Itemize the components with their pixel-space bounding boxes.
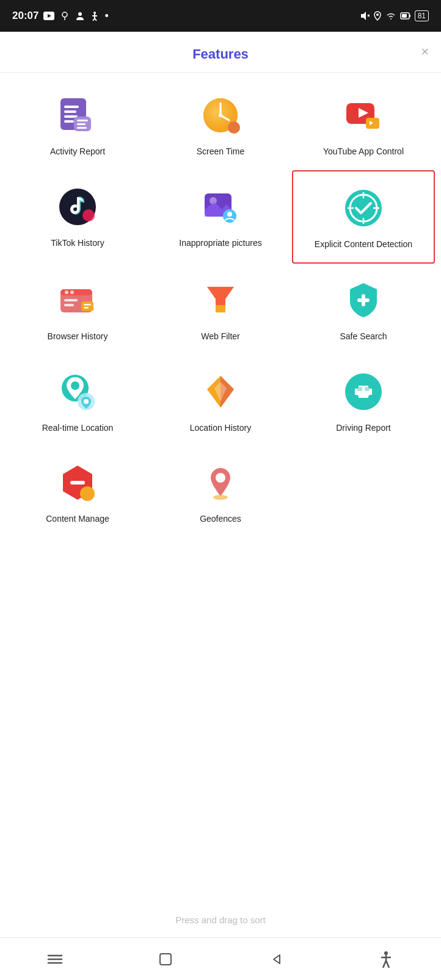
status-bar: 20:07 • 81 <box>0 0 441 32</box>
svg-rect-15 <box>409 15 410 17</box>
safe-search-icon <box>341 278 385 322</box>
svg-point-71 <box>368 395 373 400</box>
features-grid: Activity Report <box>0 73 441 544</box>
activity-report-label: Activity Report <box>50 146 105 158</box>
svg-rect-51 <box>64 299 78 301</box>
svg-point-3 <box>78 12 82 16</box>
feature-browser-history[interactable]: Browser History <box>6 264 149 355</box>
screen-time-label: Screen Time <box>197 146 245 158</box>
location-history-label: Location History <box>190 422 251 434</box>
youtube-app-control-icon <box>341 93 385 137</box>
page-title: Features <box>192 46 249 62</box>
web-filter-label: Web Filter <box>201 331 240 343</box>
svg-rect-80 <box>160 954 171 965</box>
svg-point-29 <box>219 113 222 117</box>
screen-time-icon <box>199 93 242 137</box>
feature-web-filter[interactable]: Web Filter <box>149 264 292 355</box>
realtime-location-label: Real-time Location <box>42 422 114 434</box>
svg-rect-22 <box>77 120 88 121</box>
svg-point-76 <box>213 495 228 500</box>
safe-search-label: Safe Search <box>340 331 387 343</box>
geofences-label: Geofences <box>200 513 241 525</box>
svg-point-74 <box>80 486 95 501</box>
activity-report-icon <box>56 93 100 137</box>
nav-back-icon[interactable] <box>260 944 291 975</box>
feature-inappropriate-pictures[interactable]: Inappropriate pictures <box>149 170 292 264</box>
main-content: Features × Activity Report <box>0 32 441 937</box>
explicit-content-detection-icon <box>341 186 385 230</box>
feature-location-history[interactable]: Location History <box>149 355 292 447</box>
feature-activity-report[interactable]: Activity Report <box>6 79 149 170</box>
svg-rect-54 <box>84 304 91 306</box>
features-header: Features × <box>0 32 441 73</box>
youtube-app-control-label: YouTube App Control <box>323 146 404 158</box>
feature-tiktok-history[interactable]: TikTok History <box>6 170 149 264</box>
svg-point-75 <box>216 473 225 483</box>
svg-point-70 <box>354 395 359 400</box>
svg-point-61 <box>71 381 79 390</box>
svg-rect-23 <box>77 123 86 125</box>
browser-history-label: Browser History <box>48 331 108 343</box>
web-filter-icon <box>199 278 242 322</box>
svg-point-49 <box>65 290 68 294</box>
nav-bar <box>0 937 441 980</box>
battery-percent: 81 <box>415 10 429 21</box>
feature-geofences[interactable]: Geofences <box>149 446 292 538</box>
explicit-content-detection-label: Explicit Content Detection <box>315 239 412 251</box>
mute-icon <box>360 11 370 21</box>
feature-youtube-app-control[interactable]: YouTube App Control <box>292 79 435 170</box>
svg-point-40 <box>227 212 232 217</box>
svg-line-8 <box>95 18 97 21</box>
nav-menu-icon[interactable] <box>40 944 70 975</box>
feature-driving-report[interactable]: Driving Report <box>292 355 435 447</box>
status-right: 81 <box>360 10 429 21</box>
svg-point-12 <box>376 13 379 16</box>
svg-point-2 <box>62 12 67 17</box>
inappropriate-pictures-label: Inappropriate pictures <box>179 237 261 250</box>
feature-safe-search[interactable]: Safe Search <box>292 264 435 355</box>
feature-realtime-location[interactable]: Real-time Location <box>6 355 149 447</box>
svg-point-69 <box>368 384 373 389</box>
svg-point-68 <box>354 384 359 389</box>
svg-rect-24 <box>77 127 87 129</box>
svg-marker-9 <box>361 12 366 20</box>
feature-content-manage[interactable]: Content Manage <box>6 446 149 538</box>
dot-icon: • <box>104 10 108 23</box>
wifi-icon <box>385 12 396 20</box>
close-button[interactable]: × <box>421 45 429 59</box>
nav-home-icon[interactable] <box>150 944 181 975</box>
svg-marker-57 <box>216 305 225 312</box>
sort-hint: Press and drag to sort <box>0 903 441 937</box>
realtime-location-icon <box>56 370 100 414</box>
feature-explicit-content-detection[interactable]: Explicit Content Detection <box>292 170 435 264</box>
svg-line-85 <box>383 960 386 968</box>
status-left: 20:07 • <box>12 10 109 23</box>
svg-rect-59 <box>357 298 370 302</box>
content-manage-icon <box>56 461 100 505</box>
svg-point-4 <box>93 12 96 14</box>
inappropriate-pictures-icon <box>199 185 242 229</box>
tiktok-history-icon <box>56 185 100 229</box>
browser-history-icon <box>56 278 100 322</box>
svg-rect-73 <box>70 481 85 485</box>
youtube-status-icon <box>43 12 54 20</box>
location-history-icon <box>199 370 242 414</box>
status-time: 20:07 <box>12 10 38 22</box>
geofences-icon <box>199 461 242 505</box>
svg-rect-53 <box>81 301 93 311</box>
svg-point-30 <box>228 121 240 134</box>
battery-save-icon <box>400 12 411 20</box>
driving-report-label: Driving Report <box>336 422 390 434</box>
svg-rect-14 <box>402 14 407 18</box>
tiktok-history-label: TikTok History <box>51 237 104 250</box>
svg-rect-52 <box>64 304 74 306</box>
nav-accessibility-icon[interactable] <box>371 944 401 975</box>
driving-report-icon <box>341 370 385 414</box>
svg-line-86 <box>386 960 389 968</box>
feature-screen-time[interactable]: Screen Time <box>149 79 292 170</box>
svg-rect-55 <box>84 307 89 309</box>
svg-rect-20 <box>64 120 74 123</box>
svg-rect-17 <box>64 106 79 108</box>
content-manage-label: Content Manage <box>46 513 109 525</box>
accessibility-icon <box>90 11 100 21</box>
